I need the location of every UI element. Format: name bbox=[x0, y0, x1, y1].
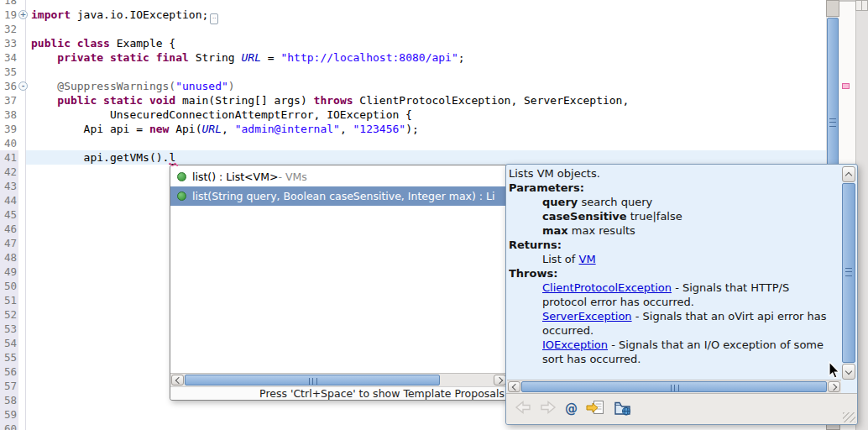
fold-collapsed-icon[interactable]: + bbox=[18, 10, 28, 19]
code-text: UnsecuredConnectionAttemptError, IOExcep… bbox=[31, 108, 412, 122]
fold-expanded-icon[interactable]: - bbox=[18, 81, 28, 91]
javadoc-scrollbar-thumb[interactable] bbox=[842, 183, 855, 363]
javadoc-entry: query search query bbox=[509, 195, 834, 209]
resize-grip[interactable] bbox=[843, 412, 855, 422]
chevron-up-icon bbox=[845, 171, 852, 178]
javadoc-link[interactable]: VM bbox=[579, 253, 596, 265]
line-number: 36 bbox=[0, 79, 18, 93]
open-javadoc-icon bbox=[586, 400, 605, 416]
line-number: 37 bbox=[0, 93, 18, 108]
line-number: 47 bbox=[0, 236, 18, 250]
javadoc-link[interactable]: ServerException bbox=[542, 310, 632, 322]
line-number: 41 bbox=[0, 150, 18, 165]
line-number: 50 bbox=[0, 279, 18, 293]
line-number: 38 bbox=[0, 108, 18, 122]
code-text: private static final String URL = "http:… bbox=[31, 50, 465, 65]
proposal-label: list() : List<VM> bbox=[192, 170, 278, 183]
line-number: 60 bbox=[0, 422, 18, 430]
code-line: 41 api.getVMs().l bbox=[0, 150, 868, 165]
line-number: 44 bbox=[0, 193, 18, 207]
line-number: 51 bbox=[0, 293, 18, 307]
javadoc-entry: ClientProtocolException - Signals that H… bbox=[509, 281, 834, 309]
param-name: query bbox=[542, 196, 578, 208]
proposal-note: - VMs bbox=[278, 170, 306, 183]
entry-prefix: List of bbox=[542, 253, 579, 265]
code-line: 32 bbox=[0, 22, 868, 36]
open-in-browser-button[interactable] bbox=[614, 400, 631, 419]
thumb-grip bbox=[309, 378, 317, 385]
javadoc-section-title: Parameters: bbox=[509, 181, 836, 195]
mailto-link-button[interactable]: @ bbox=[565, 401, 578, 417]
javadoc-entry: max max results bbox=[509, 223, 834, 238]
proposal-item[interactable]: list() : List<VM> - VMs bbox=[170, 167, 507, 186]
gutter-separator bbox=[25, 0, 26, 430]
javadoc-section-title: Throws: bbox=[509, 266, 836, 281]
proposal-item[interactable]: list(String query, Boolean caseSensitive… bbox=[170, 186, 507, 206]
javadoc-scroll-up-button[interactable] bbox=[842, 166, 855, 182]
javadoc-hscrollbar-thumb[interactable] bbox=[521, 381, 827, 392]
code-text: public class Example { bbox=[31, 36, 175, 50]
chevron-right-icon bbox=[829, 383, 836, 390]
eclipse-java-editor: 1819+import java.io.IOException;··3233pu… bbox=[0, 0, 868, 430]
scroll-right-button[interactable] bbox=[494, 375, 506, 385]
code-text: api.getVMs().l bbox=[31, 150, 175, 165]
line-number: 54 bbox=[0, 336, 18, 350]
chevron-left-icon bbox=[511, 383, 518, 390]
public-method-icon bbox=[177, 191, 186, 201]
line-number: 33 bbox=[0, 36, 18, 50]
code-text: Api api = new Api(URL, "admin@internal",… bbox=[31, 122, 419, 136]
javadoc-summary: Lists VM objects. bbox=[509, 166, 836, 181]
code-line: 34 private static final String URL = "ht… bbox=[0, 50, 868, 65]
javadoc-entry: IOException - Signals that an I/O except… bbox=[509, 338, 834, 366]
error-annotation-marker[interactable] bbox=[842, 83, 850, 89]
thumb-grip bbox=[671, 385, 679, 391]
back-button[interactable] bbox=[515, 400, 531, 418]
javadoc-content: Lists VM objects.Parameters:query search… bbox=[509, 166, 836, 378]
assist-horizontal-scrollbar[interactable] bbox=[170, 373, 507, 386]
at-sign-icon: @ bbox=[565, 401, 578, 417]
param-name: caseSensitive bbox=[542, 210, 627, 223]
line-number: 56 bbox=[0, 364, 18, 379]
line-number: 32 bbox=[0, 22, 18, 36]
open-attached-javadoc-button[interactable] bbox=[586, 400, 605, 419]
line-number: 48 bbox=[0, 250, 18, 265]
entry-text: true|false bbox=[627, 210, 682, 223]
scroll-left-button[interactable] bbox=[508, 381, 520, 392]
scrollbar-top-button[interactable] bbox=[826, 0, 839, 17]
proposal-label: list(String query, Boolean caseSensitive… bbox=[192, 190, 494, 202]
javadoc-horizontal-scrollbar[interactable] bbox=[507, 380, 841, 393]
code-line: 36- @SuppressWarnings("unused") bbox=[0, 79, 868, 93]
javadoc-scroll-down-button[interactable] bbox=[842, 364, 855, 380]
scroll-right-button[interactable] bbox=[828, 381, 840, 392]
code-line: 18 bbox=[0, 0, 868, 8]
line-number: 35 bbox=[0, 65, 18, 79]
javadoc-link[interactable]: IOException bbox=[542, 338, 608, 351]
open-browser-icon bbox=[614, 400, 631, 416]
javadoc-section-title: Returns: bbox=[509, 238, 836, 252]
code-line: 39 Api api = new Api(URL, "admin@interna… bbox=[0, 122, 868, 136]
line-number: 58 bbox=[0, 393, 18, 407]
overview-ruler-header bbox=[855, 0, 868, 11]
line-number: 43 bbox=[0, 179, 18, 193]
entry-text: max results bbox=[568, 224, 635, 237]
chevron-right-icon bbox=[495, 376, 502, 383]
code-line: 37 public static void main(String[] args… bbox=[0, 93, 868, 108]
chevron-down-icon bbox=[845, 367, 852, 374]
assist-status-text: Press 'Ctrl+Space' to show Template Prop… bbox=[259, 387, 505, 400]
code-line: 33public class Example { bbox=[0, 36, 868, 50]
scroll-left-button[interactable] bbox=[171, 375, 184, 385]
proposal-list[interactable]: list() : List<VM> - VMslist(String query… bbox=[170, 167, 507, 373]
code-text: public static void main(String[] args) t… bbox=[31, 93, 629, 108]
line-number: 59 bbox=[0, 407, 18, 422]
line-number: 55 bbox=[0, 350, 18, 364]
assist-scrollbar-thumb[interactable] bbox=[185, 375, 440, 385]
forward-button[interactable] bbox=[540, 400, 557, 418]
back-icon bbox=[515, 400, 531, 415]
forward-icon bbox=[540, 400, 557, 415]
javadoc-link[interactable]: ClientProtocolException bbox=[542, 281, 672, 294]
chevron-left-icon bbox=[175, 376, 181, 383]
assist-status-bar: Press 'Ctrl+Space' to show Template Prop… bbox=[170, 386, 507, 400]
line-number: 39 bbox=[0, 122, 18, 136]
javadoc-entry: ServerException - Signals that an oVirt … bbox=[509, 309, 834, 338]
line-number: 49 bbox=[0, 265, 18, 279]
